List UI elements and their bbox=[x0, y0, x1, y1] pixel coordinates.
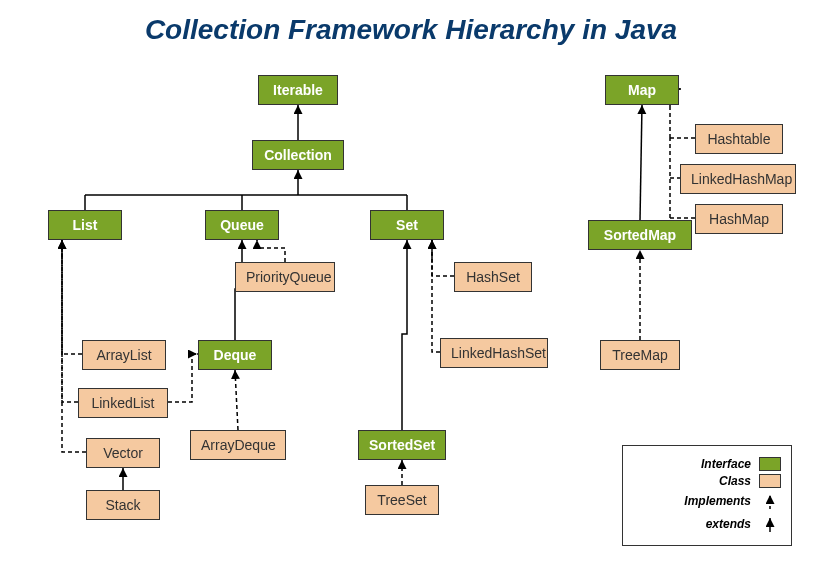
node-linkedhashmap: LinkedHashMap bbox=[680, 164, 796, 194]
node-collection: Collection bbox=[252, 140, 344, 170]
legend-implements-label: Implements bbox=[684, 494, 751, 508]
node-hashset: HashSet bbox=[454, 262, 532, 292]
node-sortedset: SortedSet bbox=[358, 430, 446, 460]
node-stack: Stack bbox=[86, 490, 160, 520]
node-iterable: Iterable bbox=[258, 75, 338, 105]
legend-interface-swatch bbox=[759, 457, 781, 471]
node-linkedlist: LinkedList bbox=[78, 388, 168, 418]
diagram-title: Collection Framework Hierarchy in Java bbox=[0, 14, 822, 46]
legend-class-label: Class bbox=[719, 474, 751, 488]
legend-implements: Implements bbox=[633, 491, 781, 511]
node-arraydeque: ArrayDeque bbox=[190, 430, 286, 460]
node-sortedmap: SortedMap bbox=[588, 220, 692, 250]
node-linkedhashset: LinkedHashSet bbox=[440, 338, 548, 368]
node-priorityqueue: PriorityQueue bbox=[235, 262, 335, 292]
node-vector: Vector bbox=[86, 438, 160, 468]
node-arraylist: ArrayList bbox=[82, 340, 166, 370]
legend-class-swatch bbox=[759, 474, 781, 488]
legend-implements-arrow bbox=[759, 491, 781, 511]
node-hashtable: Hashtable bbox=[695, 124, 783, 154]
legend-box: Interface Class Implements extends bbox=[622, 445, 792, 546]
legend-interface: Interface bbox=[633, 457, 781, 471]
legend-class: Class bbox=[633, 474, 781, 488]
legend-extends-label: extends bbox=[706, 517, 751, 531]
node-list: List bbox=[48, 210, 122, 240]
node-treemap: TreeMap bbox=[600, 340, 680, 370]
legend-extends: extends bbox=[633, 514, 781, 534]
node-queue: Queue bbox=[205, 210, 279, 240]
node-map: Map bbox=[605, 75, 679, 105]
legend-interface-label: Interface bbox=[701, 457, 751, 471]
legend-extends-arrow bbox=[759, 514, 781, 534]
node-treeset: TreeSet bbox=[365, 485, 439, 515]
node-deque: Deque bbox=[198, 340, 272, 370]
node-hashmap: HashMap bbox=[695, 204, 783, 234]
node-set: Set bbox=[370, 210, 444, 240]
